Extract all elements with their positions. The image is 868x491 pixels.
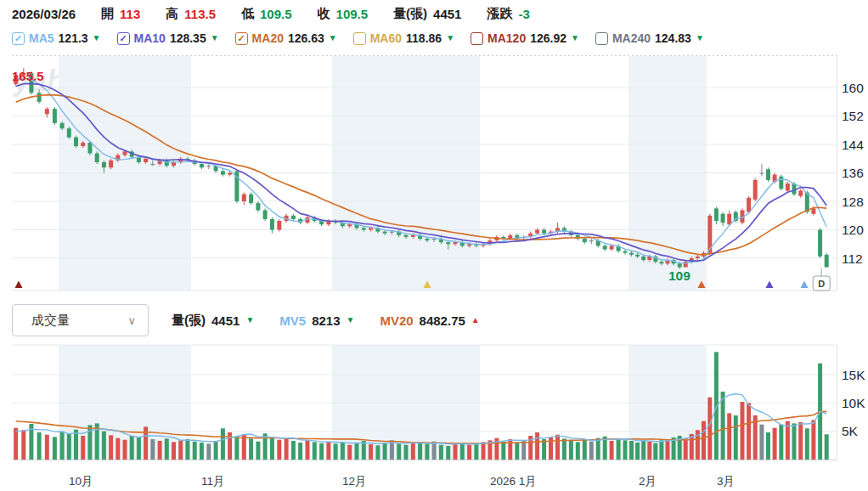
ma-value: 118.86 xyxy=(406,31,442,45)
svg-text:128: 128 xyxy=(842,195,864,209)
ma-value: 124.83 xyxy=(655,31,691,45)
ma-label: MA5 xyxy=(29,31,54,45)
stock-chart-page: 2026/03/26 開113高113.5低109.5收109.5量(張)445… xyxy=(0,0,868,491)
svg-text:144: 144 xyxy=(842,138,864,152)
ma-label: MA20 xyxy=(252,31,284,45)
price-chart[interactable]: 160152144136128120112165.5109D xyxy=(0,53,868,297)
quote-stat-2: 低109.5 xyxy=(241,6,292,22)
checkbox-icon[interactable] xyxy=(595,32,608,45)
ma-toggle-ma10[interactable]: ✓MA10128.35▼ xyxy=(117,31,219,45)
ma-toggle-ma60[interactable]: MA60118.86▼ xyxy=(353,31,454,45)
ma-value: 128.35 xyxy=(170,31,206,45)
x-axis-label-1: 10月 xyxy=(69,474,93,489)
quote-stat-5: 漲跌-3 xyxy=(487,6,529,22)
x-axis-label-5: 2月 xyxy=(639,474,657,489)
ma-label: MA240 xyxy=(612,31,651,45)
period-low-label: 109 xyxy=(668,268,690,283)
quote-date: 2026/03/26 xyxy=(12,7,76,21)
volume-stat-0: 量(張)4451▼ xyxy=(172,313,254,329)
ma-toggle-ma120[interactable]: MA120126.92▼ xyxy=(471,31,579,45)
svg-text:120: 120 xyxy=(842,223,864,237)
ma-label: MA60 xyxy=(370,31,402,45)
ma-value: 121.3 xyxy=(59,31,88,45)
svg-text:160: 160 xyxy=(842,81,864,95)
ma-toggle-ma5[interactable]: ✓MA5121.3▼ xyxy=(12,31,101,45)
ma-label: MA120 xyxy=(488,31,526,45)
ma-toggle-ma240[interactable]: MA240124.83▼ xyxy=(595,31,704,45)
trend-down-icon: ▼ xyxy=(245,316,254,325)
x-axis-label-3: 12月 xyxy=(342,474,367,489)
trend-down-icon: ▼ xyxy=(211,34,219,42)
volume-dropdown-label: 成交量 xyxy=(31,313,70,329)
ma-marker-icon xyxy=(801,281,809,289)
volume-chart[interactable]: 15K10K5K xyxy=(0,343,868,466)
checkbox-icon[interactable] xyxy=(353,32,366,45)
ma-value: 126.63 xyxy=(288,31,324,45)
trend-down-icon: ▼ xyxy=(571,34,579,42)
quote-stat-4: 量(張)4451 xyxy=(393,6,461,22)
ma-marker-icon xyxy=(766,281,774,289)
quote-stats: 開113高113.5低109.5收109.5量(張)4451漲跌-3 xyxy=(101,6,530,22)
period-high-label: 165.5 xyxy=(12,69,44,83)
svg-text:152: 152 xyxy=(842,109,864,123)
ma-legend: ✓MA5121.3▼✓MA10128.35▼✓MA20126.63▼MA6011… xyxy=(12,31,704,45)
ma-toggle-ma20[interactable]: ✓MA20126.63▼ xyxy=(235,31,337,45)
trend-down-icon: ▼ xyxy=(696,34,704,42)
svg-text:136: 136 xyxy=(842,166,864,180)
ma-value: 126.92 xyxy=(530,31,566,45)
trend-down-icon: ▼ xyxy=(93,34,101,42)
checkbox-icon[interactable] xyxy=(471,32,483,45)
trend-up-icon: ▲ xyxy=(471,316,480,325)
svg-text:112: 112 xyxy=(842,251,863,266)
trend-down-icon: ▼ xyxy=(446,34,454,42)
x-axis-label-4: 2026 1月 xyxy=(490,474,537,489)
quote-stat-0: 開113 xyxy=(101,6,140,22)
quote-stat-3: 收109.5 xyxy=(318,6,369,22)
checkbox-icon[interactable]: ✓ xyxy=(117,32,130,45)
x-axis-labels: 10月11月12月2026 1月2月3月 xyxy=(0,474,868,489)
ma-marker-icon xyxy=(15,281,23,289)
quote-header: 2026/03/26 開113高113.5低109.5收109.5量(張)445… xyxy=(12,6,530,22)
price-chart-svg: 160152144136128120112165.5109D xyxy=(0,53,868,297)
svg-text:D: D xyxy=(818,279,825,289)
trend-down-icon: ▼ xyxy=(347,316,355,325)
chevron-down-icon: ∨ xyxy=(127,314,136,327)
volume-type-dropdown[interactable]: 成交量 ∨ xyxy=(12,304,149,336)
svg-text:10K: 10K xyxy=(842,396,865,410)
trend-down-icon: ▼ xyxy=(329,34,337,42)
volume-header: 成交量 ∨ 量(張)4451▼MV58213▼MV208482.75▲ xyxy=(12,304,480,336)
svg-text:15K: 15K xyxy=(842,368,865,382)
checkbox-icon[interactable]: ✓ xyxy=(12,32,25,45)
x-axis-label-2: 11月 xyxy=(201,474,225,489)
checkbox-icon[interactable]: ✓ xyxy=(235,32,248,45)
x-axis-label-6: 3月 xyxy=(717,474,735,489)
volume-stat-1: MV58213▼ xyxy=(279,313,354,328)
volume-chart-svg: 15K10K5K xyxy=(0,343,868,466)
quote-stat-1: 高113.5 xyxy=(166,6,216,22)
svg-text:5K: 5K xyxy=(842,424,859,438)
volume-stats: 量(張)4451▼MV58213▼MV208482.75▲ xyxy=(172,313,480,329)
ma-label: MA10 xyxy=(134,31,166,45)
volume-stat-2: MV208482.75▲ xyxy=(380,313,479,328)
